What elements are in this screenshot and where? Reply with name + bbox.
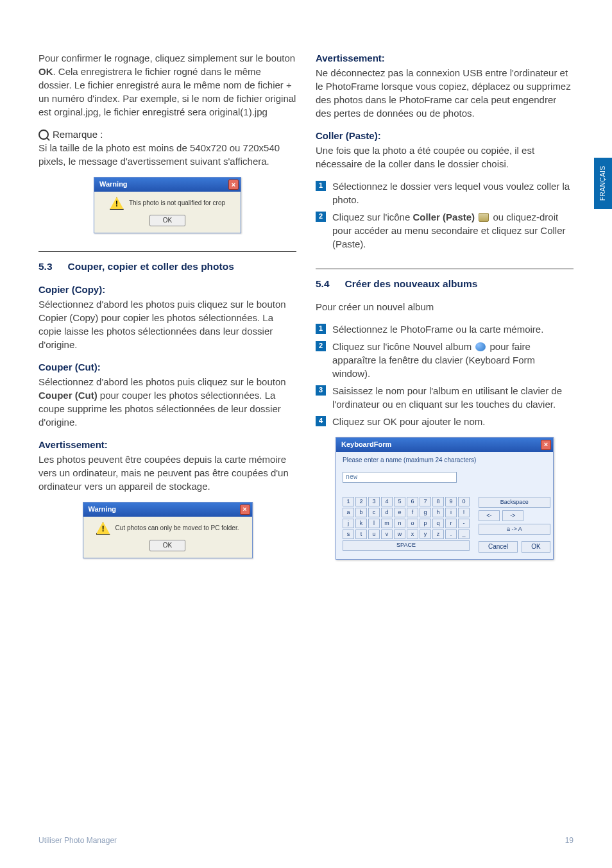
note-label: Remarque : <box>53 128 103 141</box>
keyboard-keys-column: 1234567890abcdefghi!jklmnopqr-stuvwxyz._… <box>343 497 470 551</box>
keyboard-key[interactable]: h <box>432 508 444 517</box>
keyboard-key[interactable]: - <box>458 519 470 528</box>
right-column: Avertissement: Ne déconnectez pas la con… <box>316 51 574 570</box>
step-4: 4 Cliquez sur OK pour ajouter le nom. <box>316 415 574 428</box>
note-icon <box>38 129 49 140</box>
close-icon[interactable]: × <box>228 179 239 190</box>
note-row: Remarque : <box>38 128 296 141</box>
ok-button[interactable]: OK <box>149 215 185 226</box>
close-icon[interactable]: × <box>541 440 551 450</box>
cancel-button[interactable]: Cancel <box>479 541 518 553</box>
step-2: 2 Cliquez sur l'icône Nouvel album pour … <box>316 340 574 380</box>
keyboard-form-dialog: KeyboardForm × Please enter a name (maxi… <box>336 437 554 560</box>
keyboard-key[interactable]: x <box>407 530 418 539</box>
keyboard-key[interactable]: 4 <box>381 497 393 506</box>
arrow-right-key[interactable]: -> <box>502 510 523 521</box>
keyboard-key[interactable]: s <box>343 530 354 539</box>
keyboard-key[interactable]: p <box>420 519 431 528</box>
ok-button[interactable]: OK <box>149 540 185 551</box>
space-key[interactable]: SPACE <box>343 540 470 551</box>
keyboard-key[interactable]: i <box>445 508 457 517</box>
text: . Cela enregistrera le fichier rogné dan… <box>38 66 296 117</box>
keyboard-key[interactable]: a <box>343 508 354 517</box>
keyboard-key[interactable]: q <box>432 519 444 528</box>
section-number: 5.4 <box>316 277 330 291</box>
keyboard-area: 1234567890abcdefghi!jklmnopqr-stuvwxyz._… <box>343 497 547 553</box>
page-columns: Pour confirmer le rognage, cliquez simpl… <box>38 51 574 570</box>
shift-key[interactable]: a -> A <box>479 524 550 535</box>
section-title: Créer des nouveaux albums <box>345 277 478 291</box>
keyboard-key[interactable]: m <box>381 519 393 528</box>
keyboard-key[interactable]: n <box>394 519 405 528</box>
keyboard-key[interactable]: k <box>355 519 367 528</box>
paste-icon <box>479 213 489 222</box>
paste-bold: Coller (Paste) <box>412 212 475 222</box>
close-icon[interactable]: × <box>240 505 250 515</box>
paste-subhead: Coller (Paste): <box>316 129 574 142</box>
section-title: Couper, copier et coller des photos <box>68 260 234 274</box>
step-2: 2 Cliquez sur l'icône Coller (Paste) ou … <box>316 210 574 251</box>
keyboard-key[interactable]: c <box>368 508 380 517</box>
keyboard-key[interactable]: ! <box>458 508 470 517</box>
album-name-input[interactable] <box>343 472 457 483</box>
dialog-title: Warning <box>89 505 117 514</box>
keyboard-key[interactable]: 6 <box>407 497 418 506</box>
step-number-icon: 2 <box>316 212 326 222</box>
keyboard-key[interactable]: r <box>445 519 457 528</box>
step-text: Sélectionnez le PhotoFrame ou la carte m… <box>332 324 543 335</box>
text: Couper (Cut) <box>38 362 98 372</box>
keyboard-keys-grid: 1234567890abcdefghi!jklmnopqr-stuvwxyz._ <box>343 497 470 539</box>
keyboard-key[interactable]: . <box>445 530 457 539</box>
dialog-message: This photo is not qualified for crop <box>129 199 225 208</box>
keyboard-key[interactable]: b <box>355 508 367 517</box>
keyboard-key[interactable]: 1 <box>343 497 354 506</box>
keyboard-key[interactable]: z <box>432 530 444 539</box>
keyboard-key[interactable]: 5 <box>394 497 405 506</box>
avert-text: Les photos peuvent être coupées depuis l… <box>38 453 296 493</box>
keyboard-key[interactable]: d <box>381 508 393 517</box>
dialog-message: Cut photos can only be moved to PC folde… <box>115 524 239 533</box>
keyboard-key[interactable]: u <box>368 530 380 539</box>
step-3: 3 Saisissez le nom pour l'album en utili… <box>316 384 574 411</box>
text: Cliquez sur l'icône Nouvel album <box>332 341 474 352</box>
keyboard-key[interactable]: 9 <box>445 497 457 506</box>
step-number-icon: 3 <box>316 385 326 396</box>
step-number-icon: 1 <box>316 181 326 191</box>
dialog-titlebar: KeyboardForm × <box>336 438 553 452</box>
section-5-3-heading: 5.3 Couper, copier et coller des photos <box>38 260 296 274</box>
keyboard-key[interactable]: f <box>407 508 418 517</box>
keyboard-key[interactable]: 3 <box>368 497 380 506</box>
keyboard-key[interactable]: 0 <box>458 497 470 506</box>
step-1: 1 Sélectionnez le PhotoFrame ou la carte… <box>316 322 574 336</box>
ok-button[interactable]: OK <box>522 541 550 553</box>
left-column: Pour confirmer le rognage, cliquez simpl… <box>38 51 296 570</box>
keyboard-key[interactable]: y <box>420 530 431 539</box>
step-text: Sélectionnez le dossier vers lequel vous… <box>332 181 570 205</box>
footer-left: Utiliser Photo Manager <box>38 835 117 846</box>
section-number: 5.3 <box>38 260 53 274</box>
keyboard-key[interactable]: e <box>394 508 405 517</box>
keyboard-key[interactable]: j <box>343 519 354 528</box>
cut-text: Sélectionnez d'abord les photos puis cli… <box>38 375 296 429</box>
paste-text: Une fois que la photo a été coupée ou co… <box>316 144 574 171</box>
keyboard-key[interactable]: l <box>368 519 380 528</box>
avert-subhead: Avertissement: <box>38 438 296 451</box>
step-number-icon: 1 <box>316 324 326 334</box>
keyboard-key[interactable]: 8 <box>432 497 444 506</box>
keyboard-key[interactable]: v <box>381 530 393 539</box>
keyboard-key[interactable]: g <box>420 508 431 517</box>
keyboard-key[interactable]: w <box>394 530 405 539</box>
dialog-body: Please enter a name (maximum 24 characte… <box>336 452 553 559</box>
backspace-key[interactable]: Backspace <box>479 497 550 508</box>
keyboard-key[interactable]: o <box>407 519 418 528</box>
language-tab: FRANÇAIS <box>594 158 612 209</box>
avert2-text: Ne déconnectez pas la connexion USB entr… <box>316 66 574 120</box>
keyboard-key[interactable]: _ <box>458 530 470 539</box>
section-5-4-heading: 5.4 Créer des nouveaux albums <box>316 277 574 291</box>
keyboard-key[interactable]: 7 <box>420 497 431 506</box>
keyboard-key[interactable]: 2 <box>355 497 367 506</box>
keyboard-key[interactable]: t <box>355 530 367 539</box>
cut-subhead: Couper (Cut): <box>38 360 296 374</box>
warning-dialog-crop: Warning × This photo is not qualified fo… <box>94 177 241 233</box>
arrow-left-key[interactable]: <- <box>479 510 500 521</box>
